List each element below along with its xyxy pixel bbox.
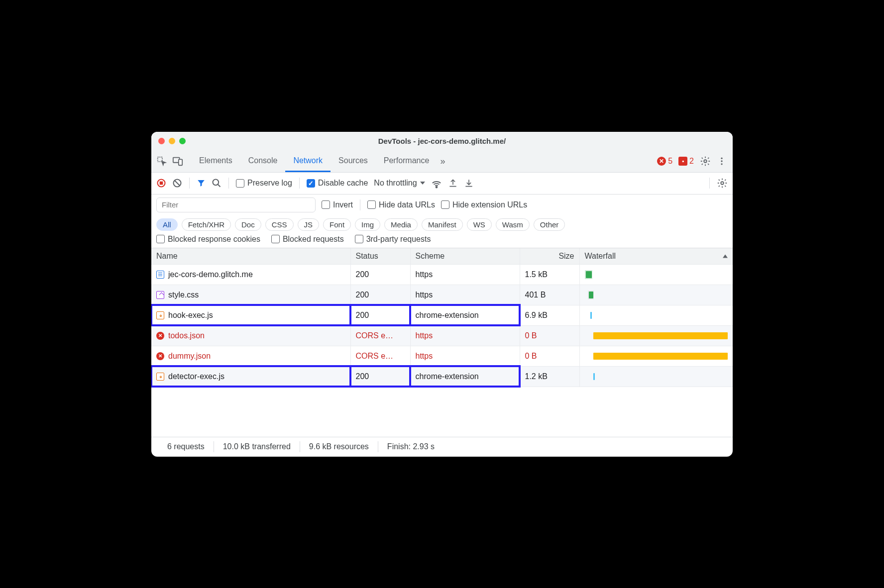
err-icon (156, 352, 164, 360)
filter-icon[interactable] (197, 179, 206, 188)
request-status: 200 (350, 366, 410, 387)
table-row[interactable]: detector-exec.js200chrome-extension1.2 k… (151, 366, 733, 387)
err-icon (156, 332, 164, 340)
tab-console[interactable]: Console (240, 151, 286, 172)
waterfall-cell (579, 325, 733, 346)
preserve-log-checkbox[interactable]: Preserve log (236, 179, 292, 188)
filter-pill-manifest[interactable]: Manifest (422, 218, 463, 231)
issues-badge[interactable]: ▪ 2 (678, 157, 694, 166)
disable-cache-checkbox[interactable]: Disable cache (307, 179, 368, 188)
request-name: detector-exec.js (168, 372, 224, 381)
css-icon (156, 291, 164, 299)
js-icon (156, 311, 164, 319)
filter-pill-wasm[interactable]: Wasm (496, 218, 530, 231)
device-icon[interactable] (172, 156, 183, 167)
svg-rect-8 (160, 182, 163, 185)
network-conditions-icon[interactable] (431, 178, 442, 189)
filter-pill-fetch-xhr[interactable]: Fetch/XHR (182, 218, 231, 231)
svg-point-6 (721, 163, 722, 165)
status-transferred: 10.0 kB transferred (214, 442, 300, 451)
col-status[interactable]: Status (350, 248, 410, 265)
table-header-row: NameStatusSchemeSizeWaterfall (151, 248, 733, 265)
filter-pill-js[interactable]: JS (298, 218, 320, 231)
error-icon: ✕ (657, 157, 666, 166)
request-scheme: chrome-extension (410, 305, 520, 325)
chevron-down-icon (420, 182, 425, 185)
svg-point-4 (721, 158, 722, 159)
filter-pill-media[interactable]: Media (384, 218, 418, 231)
waterfall-cell (579, 285, 733, 305)
request-size: 0 B (520, 346, 579, 366)
filter-pill-font[interactable]: Font (323, 218, 351, 231)
request-scheme: https (410, 264, 520, 285)
invert-checkbox[interactable]: Invert (322, 200, 353, 209)
gear-icon[interactable] (700, 156, 711, 167)
search-icon[interactable] (212, 178, 221, 188)
filter-pill-all[interactable]: All (156, 218, 178, 231)
tab-network[interactable]: Network (285, 151, 331, 172)
tab-elements[interactable]: Elements (191, 151, 240, 172)
request-size: 401 B (520, 285, 579, 305)
network-toolbar: Preserve log Disable cache No throttling (151, 173, 733, 195)
waterfall-cell (579, 346, 733, 366)
svg-rect-2 (179, 159, 182, 165)
request-status: 200 (350, 264, 410, 285)
gear-icon[interactable] (717, 178, 728, 189)
status-resources: 9.6 kB resources (300, 442, 378, 451)
download-icon[interactable] (464, 178, 474, 188)
js-icon (156, 373, 164, 381)
filter-pill-ws[interactable]: WS (467, 218, 492, 231)
svg-point-11 (436, 187, 437, 188)
upload-icon[interactable] (448, 178, 458, 188)
blocked-cookies-checkbox[interactable]: Blocked response cookies (156, 235, 260, 244)
record-icon[interactable] (156, 178, 166, 188)
request-status: CORS e… (350, 346, 410, 366)
svg-point-3 (704, 160, 707, 163)
throttling-select[interactable]: No throttling (374, 179, 425, 188)
filter-input[interactable] (156, 197, 316, 212)
clear-icon[interactable] (172, 178, 182, 188)
issue-icon: ▪ (678, 157, 687, 166)
col-waterfall[interactable]: Waterfall (579, 248, 733, 265)
request-scheme: https (410, 346, 520, 366)
type-filter-pills: AllFetch/XHRDocCSSJSFontImgMediaManifest… (151, 215, 733, 233)
col-name[interactable]: Name (151, 248, 350, 265)
table-row[interactable]: todos.jsonCORS e…https0 B (151, 325, 733, 346)
svg-point-12 (721, 182, 724, 185)
request-name: style.css (168, 291, 199, 299)
titlebar: DevTools - jec-cors-demo.glitch.me/ (151, 132, 733, 151)
inspect-icon[interactable] (156, 156, 167, 167)
tab-sources[interactable]: Sources (331, 151, 376, 172)
filter-pill-img[interactable]: Img (355, 218, 380, 231)
svg-point-5 (721, 160, 722, 162)
request-name: hook-exec.js (168, 311, 213, 320)
filter-pill-other[interactable]: Other (534, 218, 565, 231)
table-row[interactable]: dummy.jsonCORS e…https0 B (151, 346, 733, 366)
more-tabs-button[interactable]: » (437, 156, 448, 167)
status-bar: 6 requests 10.0 kB transferred 9.6 kB re… (151, 437, 733, 457)
hide-extension-urls-checkbox[interactable]: Hide extension URLs (441, 200, 527, 209)
filter-pill-doc[interactable]: Doc (235, 218, 261, 231)
window-title: DevTools - jec-cors-demo.glitch.me/ (151, 137, 733, 145)
request-size: 1.2 kB (520, 366, 579, 387)
table-row[interactable]: style.css200https401 B (151, 285, 733, 305)
third-party-checkbox[interactable]: 3rd-party requests (355, 235, 431, 244)
table-row[interactable]: hook-exec.js200chrome-extension6.9 kB (151, 305, 733, 325)
main-tab-bar: ElementsConsoleNetworkSourcesPerformance… (151, 151, 733, 173)
kebab-menu-icon[interactable] (717, 156, 727, 166)
tab-performance[interactable]: Performance (376, 151, 438, 172)
hide-data-urls-checkbox[interactable]: Hide data URLs (367, 200, 435, 209)
request-size: 6.9 kB (520, 305, 579, 325)
extra-filter-row: Blocked response cookies Blocked request… (151, 233, 733, 248)
col-size[interactable]: Size (520, 248, 579, 265)
table-row[interactable]: jec-cors-demo.glitch.me200https1.5 kB (151, 264, 733, 285)
request-size: 0 B (520, 325, 579, 346)
status-finish: Finish: 2.93 s (378, 442, 443, 451)
filter-pill-css[interactable]: CSS (265, 218, 294, 231)
col-scheme[interactable]: Scheme (410, 248, 520, 265)
request-name: jec-cors-demo.glitch.me (168, 270, 253, 279)
blocked-requests-checkbox[interactable]: Blocked requests (271, 235, 344, 244)
error-badge[interactable]: ✕ 5 (657, 157, 672, 166)
sort-asc-icon (723, 254, 728, 258)
status-requests: 6 requests (158, 442, 214, 451)
